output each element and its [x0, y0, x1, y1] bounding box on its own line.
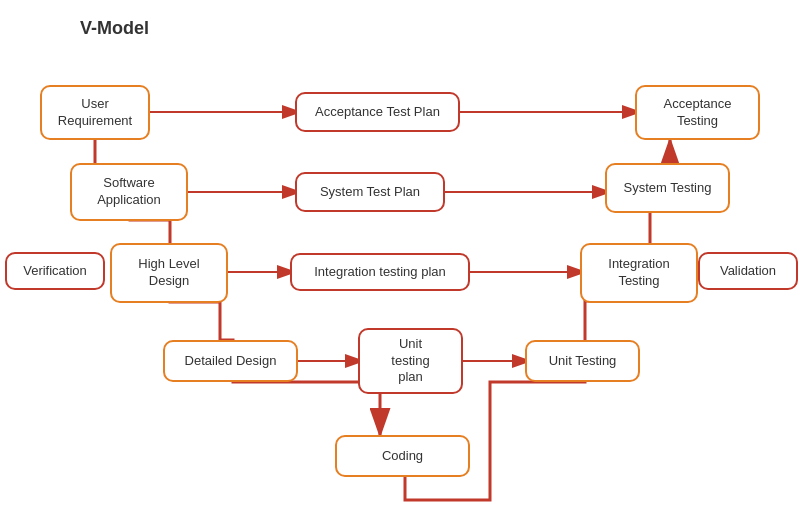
node-system-test-plan: System Test Plan	[295, 172, 445, 212]
node-integration-testing: Integration Testing	[580, 243, 698, 303]
node-unit-testing-plan: Unit testing plan	[358, 328, 463, 394]
node-user-requirement: User Requirement	[40, 85, 150, 140]
node-acceptance-testing: Acceptance Testing	[635, 85, 760, 140]
node-verification: Verification	[5, 252, 105, 290]
node-detailed-design: Detailed Design	[163, 340, 298, 382]
diagram: V-Model User Requirement Acceptance Test…	[0, 0, 810, 520]
node-unit-testing: Unit Testing	[525, 340, 640, 382]
node-acceptance-test-plan: Acceptance Test Plan	[295, 92, 460, 132]
node-system-testing: System Testing	[605, 163, 730, 213]
node-coding: Coding	[335, 435, 470, 477]
node-software-application: Software Application	[70, 163, 188, 221]
node-high-level-design: High Level Design	[110, 243, 228, 303]
diagram-title: V-Model	[80, 18, 149, 39]
node-validation: Validation	[698, 252, 798, 290]
node-integration-testing-plan: Integration testing plan	[290, 253, 470, 291]
